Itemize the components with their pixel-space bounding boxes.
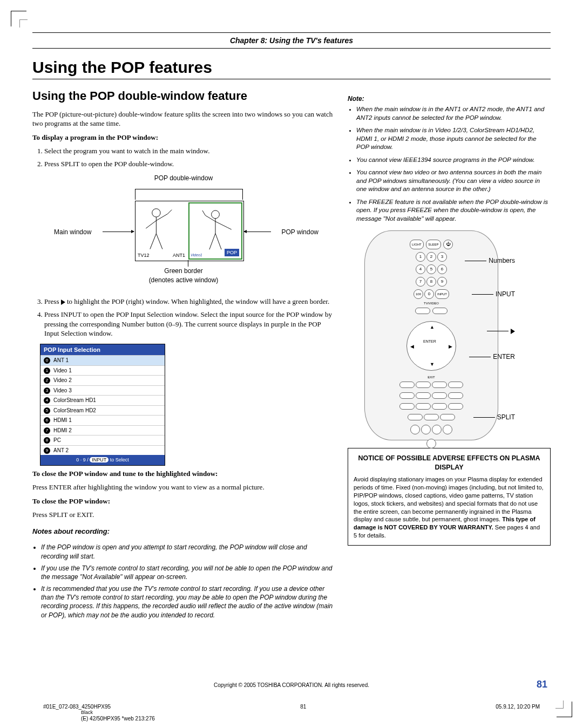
note-heading: Note: — [348, 94, 551, 103]
enter-button-label: ENTER — [423, 339, 436, 344]
arrow-right-icon — [244, 232, 271, 232]
step-3-suffix: to highlight the POP (right) window. Whe… — [67, 297, 329, 305]
fig-video1-label: Video1 — [191, 253, 202, 257]
green-border-line2: (denotes active window) — [149, 276, 219, 284]
green-border-line1: Green border — [164, 267, 202, 275]
fig-pop-badge: POP — [225, 249, 239, 256]
note-2: When the main window is in Video 1/2/3, … — [356, 126, 551, 152]
to-display-heading: To display a program in the POP window: — [32, 133, 335, 142]
pop-input-item-9: 9ANT 2 — [40, 445, 165, 455]
page-number: 81 — [537, 679, 547, 690]
footer-meta: #01E_072-083_4250HPX95 81 05.9.12, 10:20… — [43, 704, 540, 710]
page-title: Using the POP features — [32, 58, 551, 77]
steps-list: Select the program you want to watch in … — [32, 146, 335, 168]
footer-bottom: (E) 42/50HPX95 *web 213:276 — [81, 716, 155, 722]
pop-input-item-6: 6HDMI 1 — [40, 415, 165, 425]
green-border-indicator-line — [188, 260, 188, 267]
pop-input-item-4: 4ColorStream HD1 — [40, 395, 165, 405]
close-and-tune-paragraph: Press ENTER after highlighting the windo… — [32, 482, 335, 492]
title-rule — [32, 79, 551, 79]
note-list: When the main window is in the ANT1 or A… — [356, 105, 551, 223]
side-column: Note: When the main window is in the ANT… — [348, 88, 551, 623]
recording-note-1: If the POP window is open and you attemp… — [41, 543, 335, 560]
fig-label-main-window: Main window — [54, 228, 91, 236]
main-column: Using the POP double-window feature The … — [32, 88, 335, 623]
note-5: The FREEZE feature is not available when… — [356, 198, 551, 223]
pop-input-item-8: 8PC — [40, 435, 165, 445]
note-4: You cannot view two video or two antenna… — [356, 168, 551, 194]
crop-mark-tl-inner — [19, 19, 28, 28]
remote-label-enter: ENTER — [493, 352, 515, 361]
pop-input-item-2: 2Video 2 — [40, 375, 165, 385]
close-and-tune-heading: To close the POP window and tune to the … — [32, 469, 335, 479]
footer-black: Black — [81, 710, 93, 715]
power-button: ⏻ — [443, 240, 453, 249]
sleep-button: SLEEP — [426, 240, 440, 249]
close-pop-paragraph: Press SPLIT or EXIT. — [32, 510, 335, 520]
pop-input-item-7: 7HDMI 2 — [40, 425, 165, 436]
tv-screen-illustration: ANT1 TV12 POP Video1 — [135, 201, 244, 261]
step-2: Press SPLIT to open the POP double-windo… — [44, 159, 335, 169]
step-3: Press to highlight the POP (right) windo… — [44, 297, 335, 307]
fig-ant1-label: ANT1 — [173, 252, 185, 258]
notes-about-recording-heading: Notes about recording: — [32, 527, 335, 536]
fig-label-pop-double: POP double-window — [54, 174, 313, 182]
light-button: LIGHT — [410, 240, 424, 249]
pop-double-window-figure: POP double-window Main window POP window… — [32, 174, 335, 292]
right-arrow-label-icon — [511, 329, 515, 334]
menu-button — [432, 308, 448, 314]
step-1: Select the program you want to watch in … — [44, 146, 335, 156]
footer-left: #01E_072-083_4250HPX95 — [43, 704, 111, 710]
pop-input-selection-box: POP Input Selection 0ANT 1 1Video 1 2Vid… — [40, 344, 165, 466]
step-4: Press INPUT to open the POP Input Select… — [44, 310, 335, 338]
footer-mid: 81 — [300, 704, 306, 710]
plasma-warning-title: NOTICE OF POSSIBLE ADVERSE EFFECTS ON PL… — [354, 454, 545, 472]
plasma-warning-box: NOTICE OF POSSIBLE ADVERSE EFFECTS ON PL… — [348, 448, 551, 546]
nav-dpad: ENTER ▲ ▼ ◀ ▶ — [406, 321, 456, 371]
copyright-line: Copyright © 2005 TOSHIBA CORPORATION. Al… — [0, 682, 583, 688]
svg-point-0 — [152, 209, 160, 217]
recording-note-2: If you use the TV's remote control to st… — [41, 564, 335, 581]
arrow-left-icon — [103, 232, 134, 232]
remote-label-numbers: Numbers — [489, 256, 515, 265]
notes-about-recording-list: If the POP window is open and you attemp… — [41, 543, 335, 620]
step-3-prefix: Press — [44, 297, 61, 305]
note-1: When the main window is in the ANT1 or A… — [356, 105, 551, 122]
remote-label-input: INPUT — [496, 290, 515, 298]
pop-input-item-0: 0ANT 1 — [40, 355, 165, 365]
intro-paragraph: The POP (picture-out-picture) double-win… — [32, 110, 335, 128]
pop-input-selection-footer: 0 · 9 / INPUT to Select — [40, 455, 165, 465]
recording-note-3: It is recommended that you use the TV's … — [41, 584, 335, 620]
exit-label: EXIT — [428, 376, 435, 379]
footer-suffix: to Select — [110, 457, 129, 462]
hundred-button: 100 — [413, 289, 423, 299]
pop-input-item-1: 1Video 1 — [40, 365, 165, 376]
close-pop-heading: To close the POP window: — [32, 496, 335, 506]
remote-label-right — [511, 326, 515, 335]
split-button — [421, 425, 431, 434]
input-button: INPUT — [435, 289, 449, 299]
section-heading: Using the POP double-window feature — [32, 88, 335, 104]
svg-point-1 — [212, 210, 220, 219]
chapter-heading: Chapter 8: Using the TV's features — [32, 32, 551, 49]
remote-label-split: SPLIT — [497, 413, 515, 421]
pop-input-item-5: 5ColorStream HD2 — [40, 405, 165, 416]
right-arrow-icon — [61, 300, 65, 305]
footer-right: 05.9.12, 10:20 PM — [496, 704, 540, 710]
steps-list-continued: Press to highlight the POP (right) windo… — [32, 297, 335, 338]
pop-input-selection-title: POP Input Selection — [40, 344, 165, 356]
footer-prefix: 0 · 9 / — [76, 457, 90, 462]
fig-green-border-label: Green border (denotes active window) — [54, 267, 313, 284]
fig-label-pop-window: POP window — [282, 228, 318, 236]
action-button — [415, 308, 430, 314]
fig-tv12-label: TV12 — [138, 252, 150, 258]
note-3: You cannot view IEEE1394 source programs… — [356, 156, 551, 165]
pop-input-item-3: 3Video 3 — [40, 385, 165, 396]
crop-mark-br-inner — [555, 700, 564, 709]
remote-control-illustration: LIGHT SLEEP ⏻ 123 456 789 1000INPUT TV/V… — [364, 230, 498, 440]
footer-input-badge: INPUT — [90, 457, 109, 462]
tvvideo-label: TV/VIDEO — [424, 302, 439, 305]
